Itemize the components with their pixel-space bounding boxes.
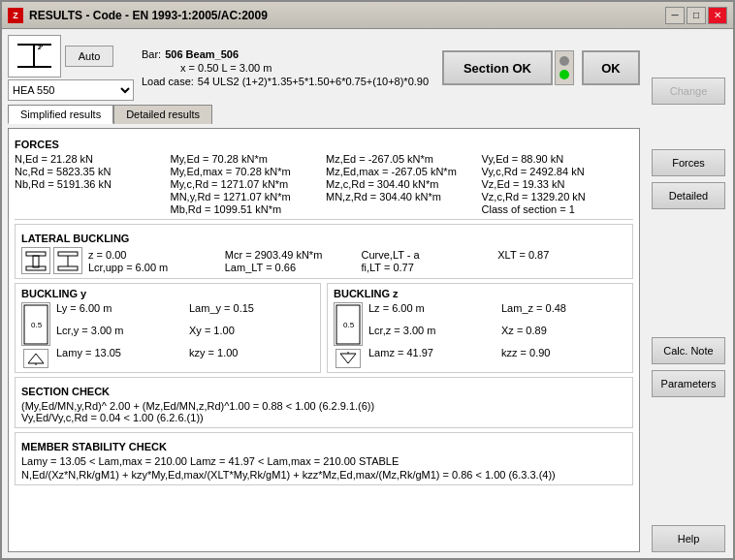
ok-button[interactable]: OK [582,50,640,85]
force-empty2 [15,203,167,215]
svg-text:0.5: 0.5 [343,321,355,329]
lb-lcr: Lcr,upp = 6.00 m [88,262,217,273]
bz-lamz: Lam_z = 0.48 [501,302,626,324]
lb-curve: Curve,LT - a [362,249,491,261]
by-lamy: Lam_y = 0.15 [189,302,314,324]
light-bottom [559,70,569,79]
svg-rect-10 [58,266,78,270]
force-mzed: Mz,Ed = -267.05 kN*m [326,153,478,165]
lb-z: z = 0.00 [88,249,217,261]
by-ly: Ly = 6.00 m [56,302,181,324]
section-check-line1: (My,Ed/MN,y,Rd)^ 2.00 + (Mz,Ed/MN,z,Rd)^… [21,400,626,412]
forces-button[interactable]: Forces [652,149,725,176]
member-stability-block: MEMBER STABILITY CHECK Lamy = 13.05 < La… [15,432,633,485]
load-case-label: Load case: [142,76,194,87]
force-vyed: Vy,Ed = 88.90 kN [482,153,634,165]
force-vzcrd: Vz,c,Rd = 1329.20 kN [482,191,634,202]
bz-kzz: kzz = 0.90 [501,347,626,368]
bar-label: Bar: [142,48,161,60]
section-check-line2: Vy,Ed/Vy,c,Rd = 0.04 < 1.00 (6.2.6.(1)) [21,412,626,423]
force-myedmax: My,Ed,max = 70.28 kN*m [171,166,323,177]
by-lamy2: Lamy = 13.05 [56,347,181,368]
bz-lcrz: Lcr,z = 3.00 m [368,325,494,346]
minimize-button[interactable]: ─ [665,7,685,24]
force-empty1 [15,191,167,202]
bar-value: 506 Beam_506 [165,48,239,60]
force-mnyrd: MN,y,Rd = 1271.07 kN*m [171,191,323,202]
bz-lamz2: Lamz = 41.97 [368,347,494,368]
svg-rect-8 [58,252,78,256]
buckling-z-vals: Lz = 6.00 m Lam_z = 0.48 Lcr,z = 3.00 m … [368,302,626,368]
beam-icon: z [8,35,61,78]
lateral-buckling-header: LATERAL BUCKLING [21,233,626,244]
lb-mcr: Mcr = 2903.49 kN*m [225,249,354,261]
load-case-value: 54 ULS2 (1+2)*1.35+5*1.50+6*0.75+(10+8)*… [198,76,429,87]
bz-lz: Lz = 6.00 m [368,302,494,324]
force-mzcrd: Mz,c,Rd = 304.40 kN*m [326,178,478,190]
results-panel: FORCES N,Ed = 21.28 kN My,Ed = 70.28 kN*… [8,128,640,552]
app-icon: Z [8,8,23,23]
by-lcry: Lcr,y = 3.00 m [56,325,181,346]
buckling-y-section: BUCKLING y 0.5 [15,283,321,373]
svg-rect-6 [33,256,39,267]
section-ok-button[interactable]: Section OK [442,50,553,85]
section-selector[interactable]: HEA 550 [8,79,134,101]
force-empty3 [326,203,478,215]
calc-note-button[interactable]: Calc. Note [652,337,725,364]
force-vycrd: Vy,c,Rd = 2492.84 kN [482,166,634,177]
parameters-button[interactable]: Parameters [652,370,725,397]
by-xy: Xy = 1.00 [189,325,314,346]
svg-marker-17 [340,354,356,363]
by-kzy: kzy = 1.00 [189,347,314,368]
force-ncrd: Nc,Rd = 5823.35 kN [15,166,167,177]
restore-button[interactable]: □ [687,7,706,24]
bz-xz: Xz = 0.89 [501,325,626,346]
section-check-header: SECTION CHECK [21,386,626,397]
buckling-y-icon: 0.5 [21,302,50,346]
light-top [559,56,569,66]
member-stability-header: MEMBER STABILITY CHECK [21,441,626,452]
title-bar: Z RESULTS - Code - EN 1993-1:2005/AC:200… [2,2,733,29]
member-stability-line2: N,Ed/(Xz*N,Rk/gM1) + kzy*My,Ed,max/(XLT*… [21,469,626,481]
tab-detailed[interactable]: Detailed results [113,105,212,124]
close-button[interactable]: ✕ [708,7,727,24]
buckling-z-header: BUCKLING z [334,288,626,299]
force-mbrd: Mb,Rd = 1099.51 kN*m [171,203,323,215]
force-myed: My,Ed = 70.28 kN*m [171,153,323,165]
member-stability-line1: Lamy = 13.05 < Lam,max = 210.00 Lamz = 4… [21,455,626,467]
tabs-bar: Simplified results Detailed results [8,105,640,124]
buckling-z-section: BUCKLING z 0.5 [327,283,633,373]
force-mzedmax: Mz,Ed,max = -267.05 kN*m [326,166,478,177]
buckling-y-header: BUCKLING y [21,288,314,299]
lb-lam: Lam_LT = 0.66 [225,262,354,273]
lb-empty [497,262,626,273]
lb-xlt: XLT = 0.87 [497,249,626,261]
svg-text:0.5: 0.5 [31,321,43,329]
force-class: Class of section = 1 [482,203,634,215]
buckling-sections: BUCKLING y 0.5 [15,283,633,373]
forces-header: FORCES [15,139,633,150]
force-mnzrd: MN,z,Rd = 304.40 kN*m [326,191,478,202]
buckling-z-icon: 0.5 [334,302,363,346]
detailed-button[interactable]: Detailed [652,182,725,209]
auto-button[interactable]: Auto [65,46,113,67]
section-check-block: SECTION CHECK (My,Ed/MN,y,Rd)^ 2.00 + (M… [15,377,633,428]
svg-rect-5 [26,252,46,256]
lb-fi: fi,LT = 0.77 [362,262,491,273]
lateral-buckling-section: LATERAL BUCKLING [15,224,633,279]
x-label: x = 0.50 L = 3.00 m [180,62,272,74]
help-button[interactable]: Help [652,525,725,552]
lb-icon-right [53,247,82,274]
lb-icon-left [21,247,50,274]
tab-simplified[interactable]: Simplified results [8,105,113,124]
buckling-y-arrow [23,349,48,368]
window-title: RESULTS - Code - EN 1993-1:2005/AC:2009 [29,9,268,22]
light-indicator [555,50,574,85]
buckling-z-arrow [336,349,361,368]
force-nbrd: Nb,Rd = 5191.36 kN [15,178,167,190]
right-panel: Change Forces Detailed Calc. Note Parame… [646,29,733,558]
force-mycrd: My,c,Rd = 1271.07 kN*m [171,178,323,190]
change-button[interactable]: Change [652,78,725,105]
buckling-y-vals: Ly = 6.00 m Lam_y = 0.15 Lcr,y = 3.00 m … [56,302,314,368]
svg-marker-13 [28,354,44,363]
